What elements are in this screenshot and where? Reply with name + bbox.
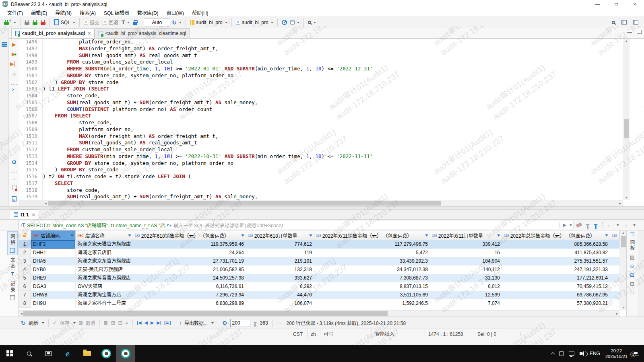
grid-cell[interactable] <box>610 265 620 274</box>
chevron-down-icon[interactable] <box>42 322 44 324</box>
disconnect-button[interactable] <box>39 18 47 27</box>
execute-new-tab-button[interactable]: ▶+ <box>9 51 19 58</box>
previous-row-button[interactable]: ◀ <box>144 320 147 325</box>
clock[interactable]: 20:22 2025/10/21 <box>605 348 627 359</box>
grid-cell[interactable]: 333,627 <box>246 274 314 282</box>
grid-cell[interactable]: 219,191 <box>246 257 314 265</box>
lock-button[interactable] <box>131 18 138 27</box>
grid-cell[interactable]: 411,875,430.82 <box>502 249 610 257</box>
row-number[interactable]: 8 <box>19 299 31 308</box>
delete-row-button[interactable]: ≡ <box>125 320 128 326</box>
grid-cell[interactable]: 海澜之家云店旧 <box>76 249 133 257</box>
grid-cell[interactable]: 44,470 <box>246 291 314 299</box>
row-number[interactable]: 5 <box>19 274 31 282</box>
panel-calc-icon[interactable]: ⊞ <box>630 272 634 278</box>
scroll-thumb[interactable] <box>23 311 388 316</box>
new-connection-button[interactable]: + <box>2 18 18 27</box>
refresh-button[interactable]: 刷新 <box>29 319 38 326</box>
sql-editor-button[interactable]: SQL <box>52 18 77 27</box>
sort-caret-icon[interactable] <box>605 234 608 237</box>
maximize-view-icon[interactable] <box>637 30 642 34</box>
grid-cell[interactable] <box>610 257 620 265</box>
grid-cell[interactable]: 24,509,257.98 <box>133 274 246 282</box>
grid-cell[interactable]: 247,191,321.33 <box>502 265 610 274</box>
forward-arrow-icon[interactable]: → <box>623 222 628 228</box>
grid-cell[interactable] <box>610 291 620 299</box>
minimize-view-icon[interactable] <box>627 30 632 33</box>
panel-grouping-icon[interactable]: ∷ <box>630 290 634 295</box>
open-in-editor-button[interactable]: → <box>9 175 19 181</box>
grid-cell[interactable]: 6,116,736.61 <box>133 282 246 291</box>
column-header[interactable]: 1232022年双11销售金额（元） （包含运费） <box>314 230 430 240</box>
grid-cell[interactable]: 5,472 <box>314 249 430 257</box>
panel-references-icon[interactable]: ⊡ <box>630 281 634 286</box>
file-explorer-button[interactable] <box>77 345 97 362</box>
column-header[interactable]: 1232022年618销售金额（元） （包含运费） <box>133 230 246 240</box>
chevron-down-icon[interactable] <box>271 22 273 23</box>
rollback-button[interactable]: 回滚 <box>101 18 120 27</box>
last-row-button[interactable]: ▶| <box>157 320 161 325</box>
panel-value-icon[interactable]: ⊙ <box>630 263 634 269</box>
scroll-thumb[interactable] <box>48 201 441 206</box>
chevron-down-icon[interactable] <box>297 22 299 23</box>
editor-vertical-scrollbar[interactable]: ▲ ▼ <box>623 39 630 200</box>
row-header-corner[interactable] <box>19 230 31 240</box>
volume-icon[interactable] <box>580 352 582 355</box>
scroll-up-icon[interactable]: ▲ <box>623 39 630 43</box>
menu-item[interactable]: 编辑(E) <box>27 9 51 16</box>
row-number[interactable]: 3 <box>19 257 31 265</box>
grid-cell[interactable]: 69,786,067.95 <box>502 291 610 299</box>
grid-cell[interactable]: 140,112 <box>430 265 502 274</box>
filter-icon[interactable] <box>594 224 598 226</box>
grid-cell[interactable]: 7,296,723.94 <box>133 291 246 299</box>
sql-code-area[interactable]: platform_order_no, MAX(order_freight_amt… <box>43 39 623 200</box>
apply-filter-icon[interactable]: ▶ <box>563 222 566 228</box>
grid-settings-button[interactable]: ⚙ <box>222 320 227 326</box>
grid-cell[interactable]: 3,511,105.69 <box>314 291 430 299</box>
scroll-thumb[interactable] <box>624 119 629 138</box>
filter-input[interactable]: ‹T SELECT t1.store_code AS "店铺编码", t1.st… <box>19 221 574 229</box>
row-number[interactable]: 1 <box>19 240 31 249</box>
grid-cell[interactable]: 1,592,246.5 <box>314 299 430 308</box>
grid-cell[interactable]: 885,366,628.58 <box>502 240 610 249</box>
grid-cell[interactable]: 339,412 <box>430 240 502 249</box>
grid-cell[interactable] <box>610 282 620 291</box>
grid-cell[interactable]: DGA3 <box>31 282 76 291</box>
grid-cell[interactable]: 104,904 <box>430 257 502 265</box>
chevron-down-icon[interactable] <box>14 22 16 23</box>
chevron-down-icon[interactable] <box>179 22 182 23</box>
grid-cell[interactable]: DH9U <box>31 299 76 308</box>
chevron-down-icon[interactable] <box>211 322 214 324</box>
editor-tab[interactable]: <audit_bi_pro> analysis_cleartime.sql <box>95 28 190 38</box>
menu-item[interactable]: 数据库(D) <box>133 9 163 16</box>
restore-panel-icon[interactable] <box>2 2 6 6</box>
commit-mode-select[interactable]: Auto <box>144 18 170 27</box>
status-locale[interactable]: zh <box>308 329 320 339</box>
row-number[interactable]: 6 <box>19 282 31 291</box>
start-button[interactable] <box>0 345 19 362</box>
column-header[interactable]: ABC店铺名称 <box>76 230 133 240</box>
grid-cell[interactable] <box>610 240 620 249</box>
quick-search-button[interactable] <box>306 18 318 27</box>
custom-filter-expand-icon[interactable]: ◤◢ <box>167 224 171 227</box>
sort-caret-icon[interactable] <box>497 234 500 237</box>
chevron-down-icon[interactable] <box>73 22 75 23</box>
task-view-button[interactable] <box>39 345 58 362</box>
notification-center-icon[interactable]: 1 <box>633 351 639 356</box>
grid-cell[interactable]: 117,279,496.75 <box>314 240 430 249</box>
chevron-down-icon[interactable] <box>225 22 227 23</box>
grid-cell[interactable]: 16 <box>430 249 502 257</box>
column-header[interactable]: 1232022年618订单数量 <box>246 230 314 240</box>
grid-cell[interactable]: 6,012 <box>430 282 502 291</box>
tray-expand-icon[interactable] <box>551 352 555 356</box>
chevron-down-icon[interactable] <box>633 224 636 226</box>
grid-cell[interactable] <box>610 299 620 308</box>
scroll-thumb[interactable] <box>621 236 626 247</box>
execute-statement-button[interactable]: ▶ <box>9 42 19 47</box>
fetch-size-input[interactable] <box>230 319 250 327</box>
grid-cell[interactable]: DYB0 <box>31 265 76 274</box>
sort-caret-icon[interactable] <box>241 234 244 237</box>
close-icon[interactable]: × <box>32 212 35 218</box>
editor-tab[interactable]: <audit_bi_pro> analysis.sql× <box>11 28 95 38</box>
status-access-mode[interactable]: 可写 <box>320 329 372 339</box>
